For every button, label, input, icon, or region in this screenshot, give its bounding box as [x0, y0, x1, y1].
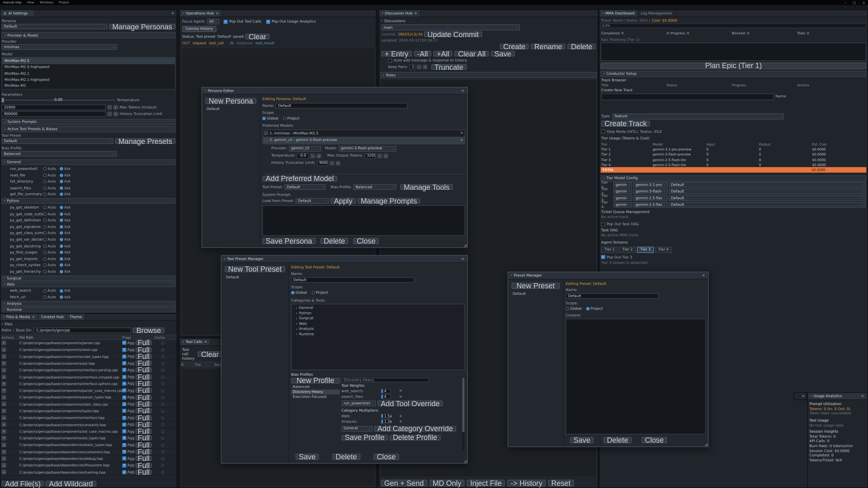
discussions-section-header[interactable]: ▾ Discussions	[379, 17, 598, 23]
decrement-button[interactable]: −	[107, 105, 112, 109]
ask-radio[interactable]	[60, 251, 63, 254]
stream-tab[interactable]: Tier 4	[655, 247, 672, 253]
provider-select[interactable]: minimax ⌄	[2, 44, 117, 50]
close-dialog-button[interactable]: Close	[373, 454, 399, 460]
category-multiplier-value[interactable]: 1.3x	[381, 420, 391, 424]
remove-file-button[interactable]: x	[2, 382, 6, 386]
save-persona-button[interactable]: Save Persona	[262, 238, 315, 244]
active-tools-section-header[interactable]: ▾ Active Tool Presets & Biases	[2, 126, 176, 132]
comms-history-tab[interactable]: Comms History	[182, 26, 216, 32]
model-list-item[interactable]: MiniMax-M2.1-highspeed	[2, 76, 175, 83]
load-from-preset-select[interactable]: Default ⌄	[296, 198, 329, 203]
remove-file-button[interactable]: x	[2, 348, 6, 352]
increment-button[interactable]: +	[336, 161, 340, 165]
tool-group-header[interactable]: ▾ General	[2, 160, 176, 165]
agg-checkbox[interactable]: ✓	[122, 368, 126, 372]
new-persona-button[interactable]: New Persona	[206, 98, 256, 104]
decrement-button[interactable]: −	[377, 154, 382, 158]
remove-file-button[interactable]: x	[2, 429, 6, 433]
tool-preset-list-item[interactable]: Default	[225, 274, 285, 281]
temperature-input[interactable]: -0.0	[297, 153, 309, 158]
dialog-close-icon[interactable]: ×	[461, 257, 464, 261]
full-button[interactable]: Full	[135, 347, 152, 352]
tier-model-select[interactable]: gemini-3.1-pro-preview ⌄	[633, 182, 668, 187]
profile-name-input[interactable]: Discovery-Heavy	[342, 378, 429, 382]
menu-item[interactable]: View	[27, 1, 34, 4]
auto-radio[interactable]	[43, 295, 46, 299]
scope-option[interactable]: Global	[566, 307, 582, 311]
discussion-manage-button[interactable]: Delete	[567, 44, 596, 49]
tool-group-header[interactable]: ▸ Surgical	[2, 275, 176, 281]
auto-radio[interactable]	[43, 180, 46, 183]
decrement-button[interactable]: −	[311, 154, 315, 158]
files-tab[interactable]: ▾ Files & Media ×	[0, 314, 38, 320]
ask-radio[interactable]	[60, 186, 63, 190]
remove-weight-icon[interactable]: ×	[399, 395, 402, 399]
new-profile-button[interactable]: New Profile	[291, 378, 340, 383]
remove-file-button[interactable]: x	[2, 422, 6, 427]
auto-radio[interactable]	[43, 238, 46, 241]
agg-checkbox[interactable]: ✓	[122, 436, 126, 440]
menu-item[interactable]: Project	[59, 1, 69, 4]
category-node[interactable]: ▸ Web	[291, 321, 465, 326]
remove-weight-icon[interactable]: ×	[399, 389, 402, 393]
add-category-override-button[interactable]: Add Category Override	[374, 426, 456, 431]
tool-override-select[interactable]: run_powershell ⌄	[342, 400, 376, 406]
discussion-manage-button[interactable]: Rename	[531, 44, 565, 49]
add-wildcard-button[interactable]: Add Wildcard	[46, 481, 96, 486]
decrement-button[interactable]: −	[330, 161, 334, 165]
remove-file-button[interactable]: x	[2, 368, 6, 372]
category-multiplier-value[interactable]: 1.5x	[381, 414, 391, 419]
save-preset-button[interactable]: Save	[570, 437, 594, 443]
ask-radio[interactable]	[60, 212, 63, 216]
ask-radio[interactable]	[60, 270, 63, 273]
temperature-slider[interactable]: 0.00	[2, 97, 115, 103]
remove-multiplier-icon[interactable]: ×	[399, 414, 402, 418]
auto-add-checkbox[interactable]	[388, 59, 392, 62]
tool-preset-select[interactable]: Default ⌄	[285, 184, 326, 190]
files-section-header[interactable]: ▾ Files	[0, 321, 177, 326]
model-list-item[interactable]: MiniMax-M2.5-highspeed	[2, 64, 175, 70]
manage-presets-button[interactable]: Manage Presets	[115, 138, 176, 144]
agg-checkbox[interactable]: ✓	[122, 389, 126, 392]
agg-checkbox[interactable]: ✓	[122, 423, 126, 427]
scope-option[interactable]: Project	[586, 307, 603, 311]
tab-close-icon[interactable]: ×	[204, 340, 207, 344]
remove-multiplier-icon[interactable]: ×	[399, 420, 402, 424]
delete-profile-button[interactable]: Delete Profile	[390, 435, 440, 440]
system-prompts-section-header[interactable]: ▾ System Prompts	[2, 119, 176, 125]
preset-content-textarea[interactable]	[566, 319, 706, 434]
manage-personas-button[interactable]: Manage Personas	[109, 24, 176, 29]
persona-select[interactable]: Default ⌄	[2, 24, 107, 29]
add-preferred-model-button[interactable]: Add Preferred Model	[262, 176, 337, 181]
tab-close-icon[interactable]: ×	[861, 394, 864, 398]
apply-button[interactable]: Apply	[331, 198, 356, 203]
remove-file-button[interactable]: x	[2, 375, 6, 379]
browse-button[interactable]: Browse	[133, 328, 164, 333]
ask-radio[interactable]	[60, 289, 63, 293]
agg-checkbox[interactable]: ✓	[122, 450, 126, 454]
bias-profile-item[interactable]: Execution-Focused	[291, 394, 340, 399]
ask-radio[interactable]	[60, 173, 63, 177]
entry-button[interactable]: +All	[433, 51, 453, 57]
preferred-model-row[interactable]: − 2. gemini_cli - gemini-3-flash-preview…	[263, 137, 464, 144]
add-files-button[interactable]: Add File(s)	[2, 481, 44, 486]
auto-radio[interactable]	[43, 264, 46, 267]
tab-usage-analytics[interactable]: ▾ Usage Analytics ×	[808, 393, 867, 399]
manage-tools-button[interactable]: Manage Tools	[400, 184, 453, 190]
agg-checkbox[interactable]: ✓	[122, 429, 126, 433]
tier-preset-select[interactable]: Default ⌄	[669, 189, 866, 194]
full-button[interactable]: Full	[135, 375, 152, 379]
remove-file-button[interactable]: x	[2, 409, 6, 413]
category-node[interactable]: ▸ Surgical	[291, 316, 465, 321]
entry-button[interactable]: Save	[491, 51, 515, 57]
auto-radio[interactable]	[43, 251, 46, 254]
discussion-footer-button[interactable]: Reset	[548, 480, 574, 486]
provider-model-section-header[interactable]: ▾ Provider & Model	[2, 32, 176, 38]
auto-radio[interactable]	[43, 186, 46, 190]
category-node[interactable]: ▸ General	[291, 305, 465, 311]
window-close-icon[interactable]: ×	[862, 0, 865, 4]
agg-checkbox[interactable]: ✓	[122, 341, 126, 345]
agg-checkbox[interactable]: ✓	[122, 382, 126, 386]
category-node[interactable]: ▸ Runtime	[291, 331, 465, 337]
